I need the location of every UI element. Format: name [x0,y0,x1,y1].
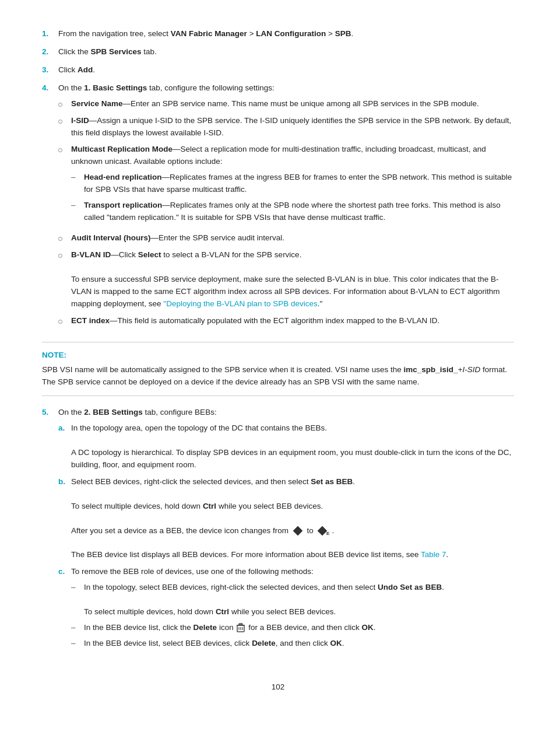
dash-sym-2: – [71,200,84,224]
dash-sym-5c2: – [71,622,84,634]
dash-sym-5c3: – [71,638,84,650]
svg-marker-0 [293,526,302,536]
step-1-num: 1. [42,28,58,40]
dash-transport: – Transport replication—Replicates frame… [71,200,514,224]
step-1: 1. From the navigation tree, select VAN … [42,28,514,40]
subitem-multicast: Multicast Replication Mode—Select a repl… [58,144,514,228]
step-5c: c. To remove the BEB role of devices, us… [58,566,514,653]
step-2-content: Click the SPB Services tab. [58,46,514,58]
step-5-list: 5. On the 2. BEB Settings tab, configure… [42,407,514,658]
step-5c-alpha: c. [58,566,71,653]
step-2-num: 2. [42,46,58,58]
dash-head-end: – Head-end replication—Replicates frames… [71,172,514,196]
bullet-service-name [58,98,71,110]
dash-head-end-content: Head-end replication—Replicates frames a… [84,172,514,196]
step-5b-content: Select BEB devices, right-click the sele… [71,476,514,561]
step-1-content: From the navigation tree, select VAN Fab… [58,28,514,40]
svg-text:E: E [326,531,330,536]
subitem-service-name-content: Service Name—Enter an SPB service name. … [71,98,514,110]
subitem-isid-content: I-SID—Assign a unique I-SID to the SPB s… [71,115,514,139]
subitem-bvlan-content: B-VLAN ID—Click Select to select a B-VLA… [71,249,514,310]
bvlan-deploy-link[interactable]: "Deploying the B-VLAN plan to SPB device… [163,299,317,308]
step-5-num: 5. [42,407,58,658]
step-4: 4. On the 1. Basic Settings tab, configu… [42,82,514,332]
dash-5c1-content: In the topology, select BEB devices, rig… [84,582,514,618]
step-5b: b. Select BEB devices, right-click the s… [58,476,514,561]
subitem-bvlan: B-VLAN ID—Click Select to select a B-VLA… [58,249,514,310]
step-5-subitems: a. In the topology area, open the topolo… [58,422,514,653]
svg-marker-1 [318,526,327,536]
step-5c-content: To remove the BEB role of devices, use o… [71,566,514,653]
step-4-content: On the 1. Basic Settings tab, configure … [58,82,514,332]
step-5c-dash1: – In the topology, select BEB devices, r… [71,582,514,618]
step-5: 5. On the 2. BEB Settings tab, configure… [42,407,514,658]
multicast-dashs: – Head-end replication—Replicates frames… [71,172,514,224]
device-icon-before [293,526,303,536]
step-5c-dash3: – In the BEB device list, select BEB dev… [71,638,514,650]
main-steps: 1. From the navigation tree, select VAN … [42,28,514,331]
step-5a: a. In the topology area, open the topolo… [58,422,514,471]
subitem-audit-content: Audit Interval (hours)—Enter the SPB ser… [71,232,514,244]
step-3: 3. Click Add. [42,64,514,76]
note-box: NOTE: SPB VSI name will be automatically… [42,342,514,396]
device-icon-after: E [317,526,330,536]
note-label: NOTE: [42,349,514,362]
subitem-service-name: Service Name—Enter an SPB service name. … [58,98,514,110]
step-2: 2. Click the SPB Services tab. [42,46,514,58]
note-text: SPB VSI name will be automatically assig… [42,364,514,388]
page-number: 102 [42,681,514,694]
bullet-ect [58,315,71,327]
dash-5c3-content: In the BEB device list, select BEB devic… [84,638,514,650]
trash-icon [237,622,245,634]
step-4-subitems: Service Name—Enter an SPB service name. … [58,98,514,327]
svg-rect-5 [239,624,242,625]
step-5c-dash2: – In the BEB device list, click the Dele… [71,622,514,634]
bullet-multicast [58,144,71,228]
table7-link[interactable]: Table 7 [421,550,446,559]
step-5c-dashs: – In the topology, select BEB devices, r… [71,582,514,650]
dash-sym-1: – [71,172,84,196]
subitem-isid: I-SID—Assign a unique I-SID to the SPB s… [58,115,514,139]
subitem-audit: Audit Interval (hours)—Enter the SPB ser… [58,232,514,244]
step-5b-alpha: b. [58,476,71,561]
step-4-num: 4. [42,82,58,332]
step-3-content: Click Add. [58,64,514,76]
subitem-ect-content: ECT index—This field is automatically po… [71,315,514,327]
subitem-multicast-content: Multicast Replication Mode—Select a repl… [71,144,514,228]
bullet-bvlan [58,249,71,310]
step-5a-content: In the topology area, open the topology … [71,422,514,471]
step-3-num: 3. [42,64,58,76]
dash-transport-content: Transport replication—Replicates frames … [84,200,514,224]
step-5-content: On the 2. BEB Settings tab, configure BE… [58,407,514,658]
dash-5c2-content: In the BEB device list, click the Delete… [84,622,514,634]
subitem-ect: ECT index—This field is automatically po… [58,315,514,327]
bullet-isid [58,115,71,139]
dash-sym-5c1: – [71,582,84,618]
bullet-audit [58,232,71,244]
step-5a-alpha: a. [58,422,71,471]
